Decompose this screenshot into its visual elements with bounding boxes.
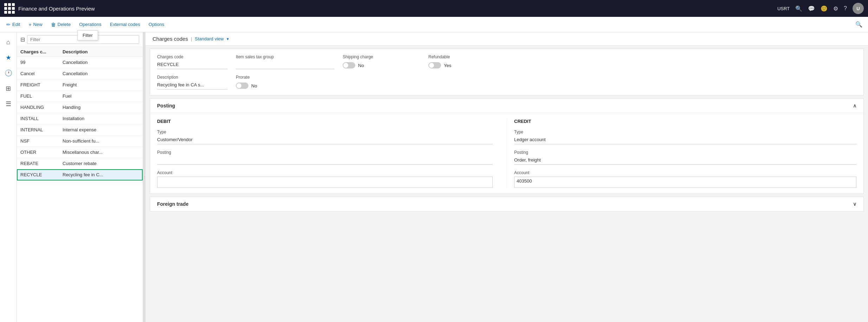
credit-posting-value[interactable]: Order, freight xyxy=(514,156,856,165)
chevron-up-icon: ∧ xyxy=(853,103,856,109)
list-item[interactable]: FUEL Fuel xyxy=(17,91,143,102)
description-value[interactable]: Recycling fee in CA s... xyxy=(157,81,227,90)
debit-posting-field: Posting xyxy=(157,150,493,165)
command-bar: ✏ Edit + New 🗑 Delete Operations Externa… xyxy=(0,17,868,32)
command-search-icon[interactable]: 🔍 xyxy=(853,20,865,29)
refundable-toggle[interactable] xyxy=(428,62,441,68)
delete-icon: 🗑 xyxy=(51,22,56,27)
shipping-charge-field: Shipping charge No xyxy=(343,54,420,69)
title-bar-right: USRT 🔍 💬 🙂 ⚙ ? U xyxy=(777,3,864,14)
debit-column: DEBIT Type Customer/Vendor Posting Accou… xyxy=(157,119,507,188)
chat-icon[interactable]: 💬 xyxy=(808,5,815,12)
charges-code-field: Charges code RECYCLE xyxy=(157,54,227,69)
description-field: Description Recycling fee in CA s... xyxy=(157,75,227,90)
settings-icon[interactable]: ⚙ xyxy=(833,5,838,12)
shipping-charge-toggle[interactable] xyxy=(343,62,355,68)
debit-account-field: Account xyxy=(157,170,493,188)
credit-account-value[interactable]: 403500 xyxy=(514,177,856,188)
avatar[interactable]: U xyxy=(853,3,864,14)
detail-title: Charges codes xyxy=(153,36,188,42)
debit-posting-value[interactable] xyxy=(157,156,493,165)
options-button[interactable]: Options xyxy=(145,20,168,29)
new-icon: + xyxy=(28,22,31,27)
username: USRT xyxy=(777,6,790,11)
detail-panel: Charges codes | Standard view ▾ Charges … xyxy=(145,32,868,322)
list-item[interactable]: INTERNAL Internal expense xyxy=(17,124,143,136)
list-item[interactable]: REBATE Customer rebate xyxy=(17,158,143,169)
charges-code-value[interactable]: RECYCLE xyxy=(157,61,227,69)
credit-posting-field: Posting Order, freight xyxy=(514,150,856,165)
external-codes-button[interactable]: External codes xyxy=(106,20,144,29)
item-sales-tax-group-field: Item sales tax group xyxy=(236,54,334,69)
sidebar-item-recent[interactable]: 🕐 xyxy=(1,66,15,80)
search-icon[interactable]: 🔍 xyxy=(795,5,802,12)
list-item[interactable]: NSF Non-sufficient fu... xyxy=(17,136,143,147)
title-bar: Finance and Operations Preview USRT 🔍 💬 … xyxy=(0,0,868,17)
sidebar: ⌂ ★ 🕐 ⊞ ☰ xyxy=(0,32,17,322)
app-grid-icon[interactable] xyxy=(4,3,15,14)
chevron-down-icon: ▾ xyxy=(227,37,229,41)
debit-type-value[interactable]: Customer/Vendor xyxy=(157,136,493,144)
foreign-trade-section: Foreign trade ∨ xyxy=(150,197,864,211)
form-section: Charges code RECYCLE Item sales tax grou… xyxy=(150,48,864,96)
help-icon[interactable]: ? xyxy=(844,5,847,12)
filter-tooltip: Filter xyxy=(77,30,98,40)
new-button[interactable]: + New xyxy=(25,20,46,29)
list-item[interactable]: Cancel Cancellation xyxy=(17,68,143,79)
list-item[interactable]: 99 Cancellation xyxy=(17,57,143,68)
credit-column: CREDIT Type Ledger account Posting Order… xyxy=(507,119,856,188)
list-item[interactable]: FREIGHT Freight xyxy=(17,79,143,91)
prorate-toggle[interactable] xyxy=(236,83,248,89)
list-item[interactable]: HANDLING Handling xyxy=(17,102,143,113)
delete-button[interactable]: 🗑 Delete xyxy=(47,20,75,29)
list-body: 99 Cancellation Cancel Cancellation FREI… xyxy=(17,57,143,322)
app-title: Finance and Operations Preview xyxy=(18,6,774,12)
sidebar-item-menu[interactable]: ☰ xyxy=(1,97,15,111)
posting-section-header[interactable]: Posting ∧ xyxy=(150,99,863,113)
edit-button[interactable]: ✏ Edit xyxy=(3,20,24,29)
foreign-trade-header[interactable]: Foreign trade ∨ xyxy=(150,197,863,211)
sidebar-item-favorites[interactable]: ★ xyxy=(1,51,15,65)
main-layout: ⌂ ★ 🕐 ⊞ ☰ ⊟ Charges c... Description 99 … xyxy=(0,32,868,322)
list-item-selected[interactable]: RECYCLE Recycling fee in C... xyxy=(17,169,143,180)
standard-view-button[interactable]: Standard view xyxy=(195,36,224,41)
list-item[interactable]: INSTALL Installation xyxy=(17,113,143,124)
prorate-field: Prorate No xyxy=(236,75,306,90)
posting-grid: DEBIT Type Customer/Vendor Posting Accou… xyxy=(150,113,863,193)
list-item[interactable]: OTHER Miscellanous char... xyxy=(17,147,143,158)
item-sales-tax-group-value[interactable] xyxy=(236,61,334,69)
chevron-down-icon: ∨ xyxy=(853,201,856,207)
credit-account-field: Account 403500 xyxy=(514,170,856,188)
emoji-icon[interactable]: 🙂 xyxy=(821,5,828,12)
posting-section: Posting ∧ DEBIT Type Customer/Vendor Pos… xyxy=(150,98,864,194)
credit-type-value[interactable]: Ledger account xyxy=(514,136,856,144)
sidebar-item-home[interactable]: ⌂ xyxy=(1,35,15,49)
list-header: Charges c... Description xyxy=(17,47,143,57)
filter-icon[interactable]: ⊟ xyxy=(20,36,25,43)
sidebar-item-workspaces[interactable]: ⊞ xyxy=(1,81,15,96)
refundable-field: Refundable Yes xyxy=(428,54,499,69)
debit-type-field: Type Customer/Vendor xyxy=(157,130,493,144)
edit-icon: ✏ xyxy=(6,22,11,27)
list-panel: ⊟ Charges c... Description 99 Cancellati… xyxy=(17,32,143,322)
operations-button[interactable]: Operations xyxy=(76,20,105,29)
debit-account-value[interactable] xyxy=(157,177,493,188)
detail-header: Charges codes | Standard view ▾ xyxy=(145,32,868,46)
credit-type-field: Type Ledger account xyxy=(514,130,856,144)
